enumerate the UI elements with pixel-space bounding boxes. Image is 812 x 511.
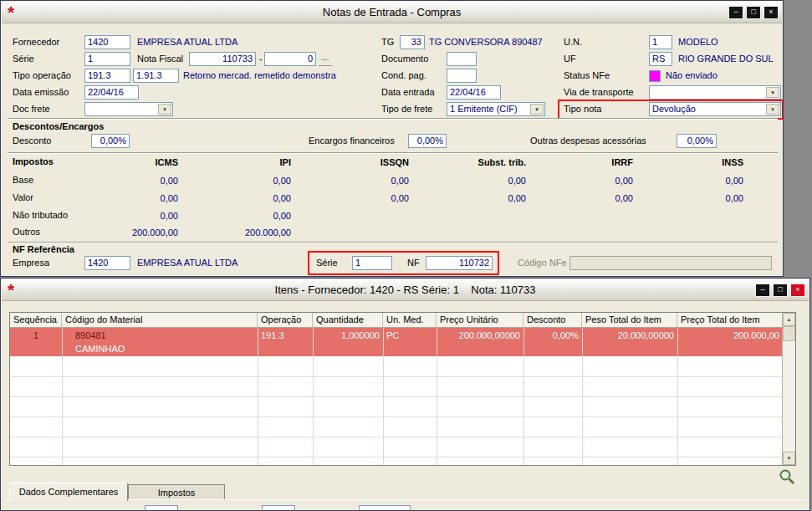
descontos-section-title: Descontos/Encargos: [13, 121, 104, 132]
cell-operacao: 191.3: [261, 330, 309, 342]
chevron-down-icon[interactable]: ▼: [766, 104, 779, 115]
nota-fiscal-dash: -: [259, 52, 263, 66]
tipo-operacao-input[interactable]: 191.3: [84, 69, 130, 83]
cell-descricao: CAMINHAO: [75, 343, 251, 355]
data-emissao-input[interactable]: 22/04/16: [84, 85, 139, 100]
nota-fiscal-label: Nota Fiscal: [137, 52, 183, 66]
tipo-frete-value: 1 Emitente (CIF): [450, 104, 518, 114]
documento-label: Documento: [381, 52, 428, 66]
maximize-icon[interactable]: □: [773, 284, 788, 297]
vertical-scrollbar[interactable]: ▲ ▼: [782, 313, 795, 465]
col-header-preco-total[interactable]: Preço Total do Item: [677, 313, 782, 328]
tg-input[interactable]: 33: [400, 35, 425, 49]
tg-name-text: TG CONVERSORA 890487: [429, 35, 543, 49]
desconto-label: Desconto: [13, 134, 51, 148]
fornecedor-input[interactable]: 1420: [84, 35, 130, 49]
outras-despesas-label: Outras despesas acessórias: [530, 134, 646, 148]
tipo-operacao-input2[interactable]: 1.91.3: [133, 69, 179, 83]
scroll-up-icon[interactable]: ▲: [783, 313, 795, 326]
chevron-down-icon[interactable]: ▼: [530, 104, 544, 115]
ref-serie-input[interactable]: 1: [352, 256, 392, 270]
entry-window-title: Notas de Entrada - Compras: [2, 6, 782, 18]
col-header-desconto[interactable]: Desconto: [523, 313, 582, 328]
col-header-operacao[interactable]: Operação: [258, 313, 313, 328]
impostos-col-irrf: IRRF: [558, 156, 633, 168]
nf-referencia-section-title: NF Referência: [13, 244, 74, 255]
base-issqn: 0,00: [334, 175, 409, 187]
table-row-selected[interactable]: 1 890481 CAMINHAO 191.3 1,000000 PC 200.…: [10, 328, 782, 356]
outros-ipi: 200.000,00: [216, 227, 291, 238]
items-window-titlebar[interactable]: * Itens - Fornecedor: 1420 - RS Série: 1…: [2, 279, 809, 301]
un-input[interactable]: 1: [649, 35, 672, 49]
impostos-row-base-label: Base: [13, 173, 33, 187]
nota-fiscal-input[interactable]: 110733: [189, 52, 256, 66]
un-name-text: MODELO: [678, 35, 718, 49]
tipo-operacao-label: Tipo operação: [13, 69, 71, 83]
tab-panel-field-3[interactable]: [359, 505, 411, 511]
documento-input[interactable]: [447, 52, 477, 66]
grid-row-line: [10, 376, 782, 377]
outros-icms: 200.000,00: [103, 227, 178, 238]
scrollbar-thumb[interactable]: [783, 326, 795, 341]
uf-input[interactable]: RS: [649, 52, 672, 66]
close-icon[interactable]: ×: [790, 284, 805, 297]
grid-row-line: [10, 416, 782, 417]
maximize-icon[interactable]: □: [746, 6, 761, 19]
doc-frete-label: Doc frete: [13, 102, 50, 116]
grid-row-line: [10, 396, 782, 397]
minimize-icon[interactable]: –: [728, 6, 743, 19]
tipo-frete-select[interactable]: 1 Emitente (CIF) ▼: [447, 102, 545, 116]
col-header-quantidade[interactable]: Quantidade: [313, 313, 383, 328]
naotrib-ipi: 0,00: [216, 210, 291, 222]
ref-nf-input[interactable]: 110732: [426, 256, 493, 270]
outras-despesas-input[interactable]: 0,00%: [677, 134, 717, 148]
encargos-input[interactable]: 0,00%: [408, 134, 447, 148]
nota-fiscal-browse-button[interactable]: ...: [319, 52, 332, 66]
valor-inss: 0,00: [668, 192, 743, 204]
via-transporte-select[interactable]: ▼: [649, 85, 781, 100]
desconto-input[interactable]: 0,00%: [91, 134, 130, 148]
chevron-down-icon[interactable]: ▼: [158, 104, 171, 115]
cell-un-med: PC: [386, 330, 435, 342]
data-entrada-input[interactable]: 22/04/16: [447, 85, 501, 100]
grid-row-line: [10, 457, 782, 457]
impostos-col-subst: Subst. trib.: [451, 156, 526, 168]
close-icon[interactable]: ×: [763, 6, 779, 19]
tab-impostos[interactable]: Impostos: [128, 484, 225, 500]
entry-window-titlebar[interactable]: * Notas de Entrada - Compras – □ ×: [2, 2, 782, 23]
empresa-input[interactable]: 1420: [84, 256, 130, 270]
tg-label: TG: [381, 35, 394, 49]
items-window-title: Itens - Fornecedor: 1420 - RS Série: 1 N…: [2, 284, 809, 296]
doc-frete-select[interactable]: ▼: [84, 102, 173, 116]
status-nfe-text: Não enviado: [666, 69, 718, 83]
nota-fiscal-suffix-input[interactable]: 0: [264, 52, 316, 66]
tipo-frete-label: Tipo de frete: [381, 102, 432, 116]
serie-label: Série: [13, 52, 34, 66]
tipo-nota-select[interactable]: Devolução ▼: [649, 102, 781, 116]
scroll-down-icon[interactable]: ▼: [783, 452, 795, 465]
chevron-down-icon[interactable]: ▼: [766, 87, 779, 98]
uf-label: UF: [564, 52, 576, 66]
base-ipi: 0,00: [216, 175, 291, 187]
section-divider: [8, 118, 778, 120]
cell-desconto: 0,00%: [523, 330, 579, 342]
base-icms: 0,00: [103, 175, 178, 187]
col-header-preco-unitario[interactable]: Preço Unitário: [437, 313, 523, 328]
cell-peso-total: 20.000,00000: [582, 330, 674, 342]
col-header-un-med[interactable]: Un. Med.: [383, 313, 437, 328]
uf-name-text: RIO GRANDE DO SUL: [678, 52, 774, 66]
impostos-row-outros-label: Outros: [13, 225, 40, 239]
tab-panel-field-2[interactable]: [262, 505, 295, 511]
cell-preco-total: 200.000,00: [677, 330, 779, 342]
col-header-peso-total[interactable]: Peso Total do Item: [582, 313, 677, 328]
tab-panel-field-1[interactable]: [145, 505, 178, 511]
codigo-nfe-input: [569, 256, 772, 270]
col-header-sequencia[interactable]: Sequência: [10, 313, 62, 328]
zoom-icon[interactable]: [778, 468, 796, 486]
serie-input[interactable]: 1: [84, 52, 130, 66]
minimize-icon[interactable]: –: [755, 284, 770, 297]
col-header-codigo[interactable]: Código do Material: [62, 313, 258, 328]
cond-pag-input[interactable]: [447, 69, 477, 83]
tab-dados-complementares[interactable]: Dados Complementares: [9, 483, 128, 501]
fornecedor-label: Fornecedor: [13, 35, 59, 49]
